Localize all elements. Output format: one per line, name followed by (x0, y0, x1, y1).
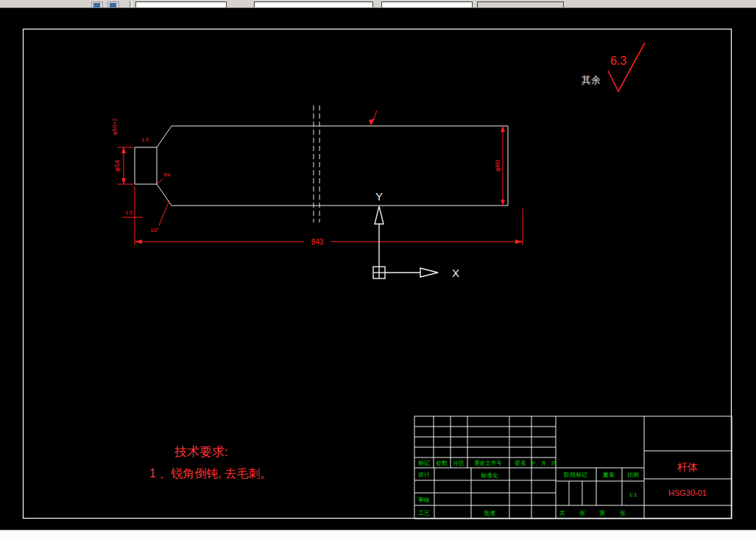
toolbar-dropdown[interactable] (135, 1, 227, 8)
ucs-x-label: X (452, 267, 459, 279)
tb-sheet2-label: 张 (620, 510, 626, 516)
toolbar-dropdown[interactable] (477, 1, 564, 8)
toolbar-dropdown[interactable] (381, 1, 473, 8)
tb-count-label: 处数 (436, 460, 448, 466)
tb-no-label: 第 (599, 510, 605, 516)
part-name: 杆体 (676, 461, 698, 473)
status-bar (0, 530, 756, 540)
toolbar-separator (130, 1, 133, 8)
ucs-y-label: Y (375, 190, 383, 203)
title-block-labels: 标记 处数 分区 更改文件号 签名 年、月、日 设计 标准化 审核 工艺 批准 … (418, 460, 639, 516)
tb-weight-label: 重量 (602, 471, 615, 478)
shaft-outline (135, 126, 508, 206)
roughness-rest-label: 其余 (582, 74, 601, 85)
tb-doc-label: 更改文件号 (474, 460, 502, 466)
dim-groove-text: φ50×2 (111, 118, 118, 136)
tb-standardize-label: 标准化 (481, 472, 498, 479)
tb-approve-label: 批准 (484, 510, 495, 516)
tb-sign-label: 签名 (515, 460, 526, 466)
tb-stage-label: 阶段标记 (564, 471, 587, 478)
toolbar-icon[interactable] (91, 1, 103, 8)
dim-chamfer-top-text: 1.5 (141, 137, 149, 142)
dim-fillet-text: R4 (164, 172, 171, 178)
ucs-icon (373, 206, 438, 278)
tool-icon (110, 3, 116, 8)
tb-scale-label: 比例 (627, 471, 639, 478)
cad-application-window: 843 φ60 φ54 φ50×2 1.5 1.5 10° R4 6.3 其余 … (0, 0, 756, 540)
tb-total-label: 共 (559, 510, 565, 516)
tech-requirements-title: 技术要求: (174, 445, 228, 459)
roughness-value-text: 6.3 (610, 55, 626, 67)
tb-scale-value: 1:1 (629, 491, 637, 498)
dim-length-text: 843 (311, 238, 324, 246)
dim-chamfer-end-text: 1.5 (125, 210, 133, 215)
tb-date-label: 年、月、日 (531, 460, 557, 466)
roughness-check-icon (608, 43, 645, 91)
dim-taper-angle-text: 10° (150, 227, 159, 234)
dimension-arrowheads (121, 119, 523, 244)
tb-mark-label: 标记 (418, 460, 430, 466)
dim-main-dia-text: φ60 (494, 160, 501, 172)
toolbar-icon[interactable] (107, 1, 119, 8)
sheet-border (24, 29, 732, 519)
tb-sheet-label: 张 (579, 510, 585, 516)
drawing-canvas[interactable]: 843 φ60 φ54 φ50×2 1.5 1.5 10° R4 6.3 其余 … (0, 0, 756, 540)
tb-zone-label: 分区 (453, 460, 464, 466)
tb-design-label: 设计 (418, 471, 430, 478)
drawing-number: HSG30-01 (668, 488, 707, 497)
toolbar-dropdown[interactable] (254, 1, 373, 8)
tech-requirements-item: 1 、锐角倒钝, 去毛刺。 (149, 467, 272, 480)
center-dashed-lines (314, 105, 319, 222)
roughness-note: 6.3 其余 (582, 43, 645, 91)
tool-icon (93, 3, 100, 8)
tb-process-label: 工艺 (418, 510, 430, 516)
tb-check-label: 审核 (418, 497, 430, 503)
dim-small-dia-text: φ54 (113, 160, 121, 172)
toolbar (0, 0, 756, 8)
